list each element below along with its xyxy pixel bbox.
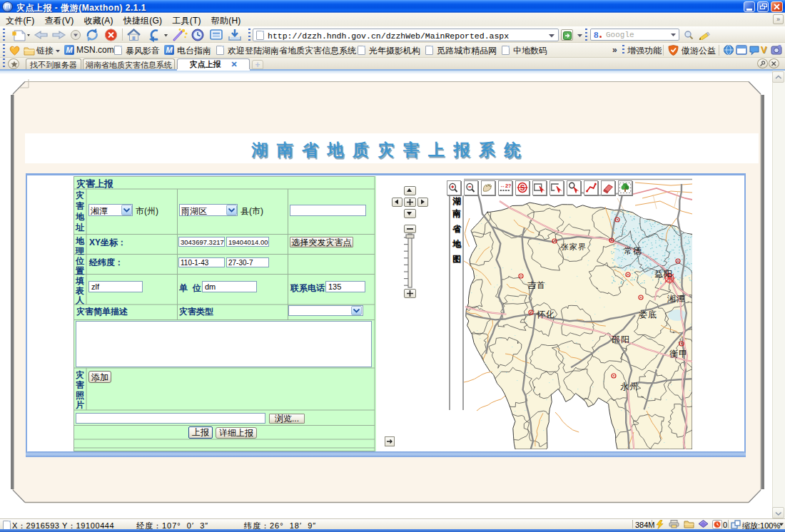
svg-text:↔2?: ↔2?	[500, 183, 511, 189]
svg-text:益阳: 益阳	[654, 269, 673, 279]
svg-text:永州: 永州	[620, 382, 639, 392]
svg-text:吉首: 吉首	[527, 280, 546, 290]
svg-text:怀化: 怀化	[536, 310, 555, 319]
svg-text:湘潭: 湘潭	[667, 294, 686, 304]
svg-text:邵阳: 邵阳	[611, 334, 630, 344]
svg-text:衡甲: 衡甲	[669, 349, 688, 359]
svg-text:娄底: 娄底	[639, 310, 657, 319]
svg-text:张家界: 张家界	[561, 242, 587, 251]
svg-text:常德: 常德	[624, 246, 642, 256]
